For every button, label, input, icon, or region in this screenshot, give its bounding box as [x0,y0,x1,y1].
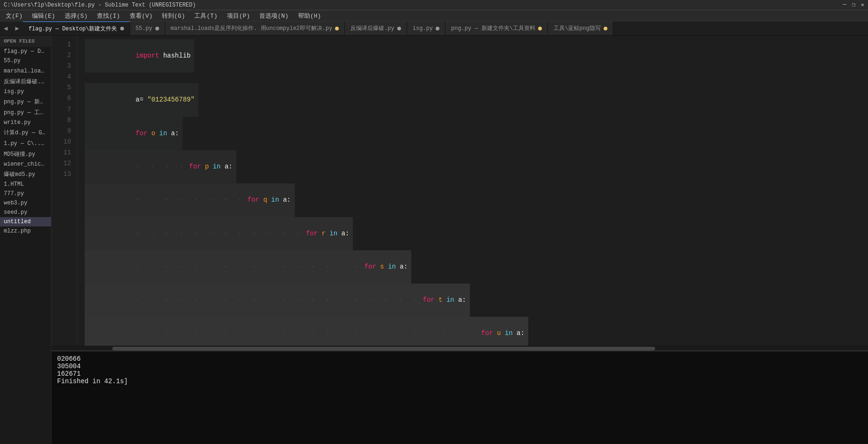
sidebar-item-html[interactable]: 1.HTML [0,180,51,189]
menu-edit[interactable]: 编辑(E) [28,11,58,21]
code-line-3: a= "0123456789" [85,83,868,116]
terminal-output: 020666 305004 162671 Finished in 42.1s] [51,350,868,444]
tab-marshal[interactable]: marshal.loads是反序列化操作. 用uncompyle2即可解决.py [165,22,345,36]
menu-preferences[interactable]: 首选项(N) [255,11,292,21]
code-line-10: · · · · · · · · · · · · · · · · · · · · … [85,317,868,346]
terminal-line-3: 162671 [57,370,862,378]
tab-bar: ◀ ▶ flag.py — Desktop\新建文件夹 55.py marsha… [0,22,868,36]
tab-nav-left[interactable]: ◀ [0,22,11,36]
tab-png[interactable]: png.py — 新建文件夹\工具资料 [445,22,548,36]
sidebar-item-write[interactable]: write.py [0,118,51,127]
title-bar: C:\Users\flp\Desktop\fle.py - Sublime Te… [0,0,868,10]
tab-label: 工具\蓝鲸png隐写 [554,24,601,32]
sidebar-item-png1[interactable]: png.py — 新建文 [0,96,51,107]
tab-close-dot[interactable] [120,27,124,30]
menu-select[interactable]: 选择(S) [61,11,91,21]
title-bar-controls: — ❐ ✕ [843,1,864,8]
tab-label: flag.py — Desktop\新建文件夹 [29,25,117,33]
sidebar-item-mlzz[interactable]: mlzz.php [0,226,51,236]
menu-file[interactable]: 文(F) [2,11,26,21]
sidebar-item-png2[interactable]: png.py — 工具\ [0,107,51,118]
menu-goto[interactable]: 转到(G) [158,11,189,21]
close-button[interactable]: ✕ [861,1,864,8]
sidebar-item-55[interactable]: 55.py [0,56,51,66]
sidebar-item-md5[interactable]: MD5碰撞.py [0,149,51,160]
line-numbers: 1 2 3 4 5 6 7 8 9 10 11 12 13 [51,36,77,346]
tab-nav-right[interactable]: ▶ [11,22,22,36]
code-line-7: · · · · · · · · · · · · for r in a: [85,217,868,250]
code-line-1: import hashlib [85,39,868,73]
sidebar-item-web3[interactable]: web3.py [0,198,51,208]
sidebar-item-marshal[interactable]: marshal.loads是 [0,66,51,76]
sidebar-item-isg[interactable]: isg.py [0,87,51,96]
tab-decompile[interactable]: 反编译后爆破.py [345,22,407,36]
code-line-2 [85,73,868,83]
menu-view[interactable]: 查看(V) [126,11,156,21]
sidebar-item-calc[interactable]: 计算d.py — G\普 [0,127,51,138]
tab-close-dot[interactable] [604,27,607,30]
title-bar-text: C:\Users\flp\Desktop\fle.py - Sublime Te… [4,2,196,8]
tab-label: marshal.loads是反序列化操作. 用uncompyle2即可解决.py [171,24,333,32]
sidebar-header: OPEN FILES [0,36,51,47]
sidebar-item-wiener[interactable]: wiener_chicken.p [0,160,51,169]
sidebar-item-decompile[interactable]: 反编译后爆破.py [0,76,51,87]
tab-close-dot[interactable] [397,27,401,30]
code-line-4: for o in a: [85,117,868,150]
scrollbar-thumb[interactable] [112,347,655,350]
code-container[interactable]: 1 2 3 4 5 6 7 8 9 10 11 12 13 import has [51,36,868,346]
horizontal-scrollbar[interactable] [51,346,868,350]
code-line-6: · · · · · · · · for q in a: [85,183,868,217]
tab-label: 反编译后爆破.py [350,24,394,32]
minimize-button[interactable]: — [843,1,846,8]
menu-tools[interactable]: 工具(T) [190,11,221,21]
menu-bar: 文(F) 编辑(E) 选择(S) 查找(I) 查看(V) 转到(G) 工具(T)… [0,10,868,22]
sidebar-item-flag[interactable]: flag.py — Deskt [0,47,51,56]
tab-close-dot[interactable] [335,27,339,30]
menu-project[interactable]: 项目(P) [223,11,254,21]
code-line-8: · · · · · · · · · · · · · · · · for s in… [85,250,868,284]
tab-label: png.py — 新建文件夹\工具资料 [451,24,535,32]
sidebar-item-1py[interactable]: 1.py — C\...\新鲜 [0,138,51,149]
sidebar-item-seed[interactable]: seed.py [0,208,51,217]
tab-close-dot[interactable] [155,27,159,30]
editor-area: 1 2 3 4 5 6 7 8 9 10 11 12 13 import has [51,36,868,444]
tab-close-dot[interactable] [538,27,542,30]
tab-close-dot[interactable] [436,27,439,30]
sidebar-item-777[interactable]: 777.py [0,189,51,198]
terminal-line-1: 020666 [57,355,862,363]
menu-find[interactable]: 查找(I) [93,11,124,21]
tab-isg[interactable]: isg.py [407,22,445,36]
terminal-line-4: Finished in 42.1s] [57,378,862,385]
sidebar: OPEN FILES flag.py — Deskt 55.py marshal… [0,36,51,444]
code-line-9: · · · · · · · · · · · · · · · · · · · · … [85,284,868,317]
menu-help[interactable]: 帮助(H) [294,11,325,21]
maximize-button[interactable]: ❐ [852,1,855,8]
terminal-line-2: 305004 [57,363,862,370]
code-line-5: · · · · for p in a: [85,150,868,183]
sidebar-item-untitled[interactable]: untitled [0,217,51,226]
tab-label: 55.py [136,25,153,32]
main-area: OPEN FILES flag.py — Deskt 55.py marshal… [0,36,868,444]
tab-55-py[interactable]: 55.py [130,22,165,36]
tab-tools[interactable]: 工具\蓝鲸png隐写 [548,22,613,36]
tab-label: isg.py [413,25,433,32]
sidebar-item-bomb[interactable]: 爆破md5.py [0,169,51,180]
code-editor[interactable]: import hashlib a= "0123456789" for o [77,36,868,346]
tab-flag-py[interactable]: flag.py — Desktop\新建文件夹 [23,22,130,36]
